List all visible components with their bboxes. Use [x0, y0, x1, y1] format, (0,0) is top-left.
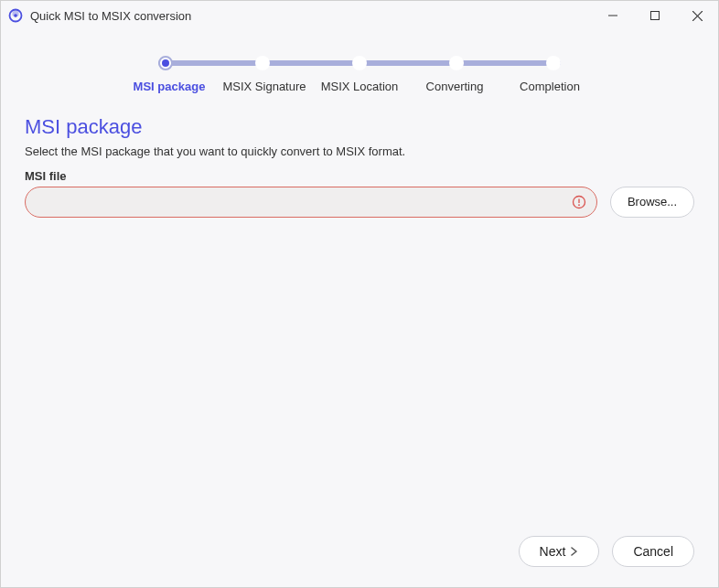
svg-rect-3: [651, 12, 660, 20]
svg-point-1: [14, 14, 17, 17]
step-dot-msix-signature: [255, 56, 270, 70]
titlebar: Quick MSI to MSIX conversion: [1, 1, 718, 30]
maximize-button[interactable]: [634, 1, 676, 30]
page-title: MSI package: [25, 115, 694, 139]
cancel-button[interactable]: Cancel: [612, 536, 694, 567]
chevron-right-icon: [571, 547, 578, 556]
window-controls: [592, 1, 718, 30]
step-dot-converting: [449, 56, 464, 70]
page-content: MSI package Select the MSI package that …: [1, 99, 718, 536]
step-dot-msi-package: [158, 56, 173, 70]
next-button[interactable]: Next: [519, 536, 600, 567]
msi-file-input[interactable]: [25, 187, 597, 218]
step-label-completion: Completion: [502, 80, 597, 95]
page-description: Select the MSI package that you want to …: [25, 144, 694, 158]
step-label-msix-signature: MSIX Signature: [217, 80, 312, 95]
step-label-converting: Converting: [407, 80, 502, 95]
window-title: Quick MSI to MSIX conversion: [30, 9, 592, 23]
step-dot-msix-location: [352, 56, 367, 70]
step-label-msix-location: MSIX Location: [312, 80, 407, 95]
close-button[interactable]: [676, 1, 718, 30]
browse-button[interactable]: Browse...: [610, 187, 694, 218]
wizard-footer: Next Cancel: [1, 536, 718, 587]
app-icon: [8, 8, 23, 23]
msi-file-label: MSI file: [25, 169, 694, 183]
wizard-stepper: MSI package MSIX Signature MSIX Location…: [1, 30, 718, 99]
next-button-label: Next: [540, 544, 566, 559]
step-label-msi-package: MSI package: [122, 80, 217, 95]
step-dot-completion: [546, 56, 561, 70]
minimize-button[interactable]: [592, 1, 634, 30]
